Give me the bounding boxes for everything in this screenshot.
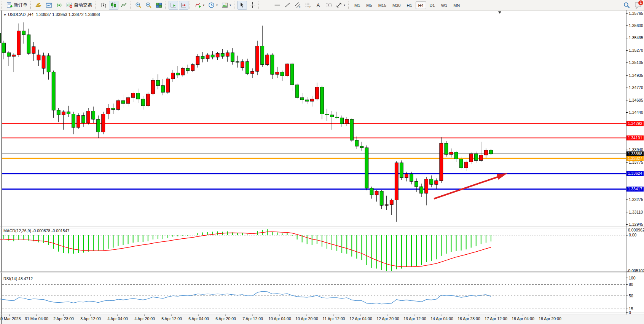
price-tick-label: 1.34935 <box>629 73 643 78</box>
time-tick-label: 31 Mar 04:00 <box>25 316 48 321</box>
candle-body <box>121 101 125 104</box>
candle-body <box>116 101 120 110</box>
candle-body <box>72 114 75 127</box>
candle-body <box>226 53 229 56</box>
price-chart-canvas[interactable]: 1.357651.356001.354351.352701.351051.349… <box>0 0 644 324</box>
candle-body <box>390 200 393 205</box>
candle-body <box>211 55 214 57</box>
rsi-tick-label: 0 <box>629 310 631 315</box>
price-tick-label: 1.32945 <box>629 222 643 227</box>
candle-body <box>430 179 433 185</box>
price-tick-label: 1.35270 <box>629 48 643 53</box>
time-tick-label: 4 Apr 04:00 <box>107 316 128 321</box>
rsi-tick-label: 80 <box>629 282 633 287</box>
candle-body <box>62 112 65 115</box>
candle-body <box>340 118 344 124</box>
chart-symbol-period: USDCAD-,H4 <box>8 12 33 17</box>
candle-body <box>17 31 21 55</box>
price-tick-label: 1.35105 <box>629 60 643 65</box>
level-price-label-text: 1.33827 <box>628 156 642 161</box>
candle-body <box>231 53 234 62</box>
time-tick-label: 17 Apr 12:00 <box>485 316 507 321</box>
candle-body <box>201 56 204 59</box>
candle-body <box>186 69 190 71</box>
candle-body <box>305 100 309 101</box>
candle-body <box>221 53 224 56</box>
candle-body <box>380 191 383 205</box>
candle-body <box>102 114 105 132</box>
time-tick-label: 10 Apr 04:00 <box>268 316 291 321</box>
collapse-triangle-icon[interactable]: ▼ <box>3 13 6 17</box>
candle-body <box>47 56 50 72</box>
candle-body <box>290 64 294 85</box>
candle-body <box>206 55 209 59</box>
candle-body <box>450 152 453 155</box>
candle-body <box>161 86 164 93</box>
candle-body <box>156 80 159 86</box>
candle-body <box>27 35 30 53</box>
candle-body <box>97 119 100 132</box>
candle-body <box>236 62 239 62</box>
candle-body <box>454 152 458 159</box>
candle-body <box>271 55 274 74</box>
candle-body <box>136 93 140 99</box>
level-price-label-text: 1.34101 <box>628 136 642 140</box>
candle-body <box>181 69 185 75</box>
candle-body <box>325 114 328 115</box>
candle-body <box>77 115 80 127</box>
candle-body <box>146 94 150 105</box>
macd-indicator-label: MACD(12,26,9) -0.000878 -0.001547 <box>3 228 69 233</box>
candle-body <box>385 204 388 205</box>
candle-body <box>310 99 314 101</box>
candle-body <box>489 150 493 154</box>
candle-body <box>246 62 249 73</box>
price-tick-label: 1.35765 <box>629 11 643 16</box>
time-tick-label: 3 Apr 12:00 <box>80 316 101 321</box>
candle-body <box>484 150 488 155</box>
time-tick-label: 30 Mar 2023 <box>0 316 21 321</box>
candle-body <box>281 72 284 76</box>
candle-body <box>320 87 324 114</box>
macd-tick-label: 0.00 <box>629 233 637 237</box>
candle-body <box>345 119 349 124</box>
candle-body <box>131 93 135 97</box>
time-tick-label: 18 Apr 20:00 <box>539 316 561 321</box>
candle-body <box>440 143 443 180</box>
candle-body <box>7 53 11 56</box>
price-tick-label: 1.33110 <box>629 210 643 214</box>
candle-body <box>42 56 45 68</box>
candle-body <box>435 180 438 184</box>
candle-body <box>300 97 304 100</box>
candle-body <box>57 110 60 115</box>
candle-body <box>0 33 1 43</box>
chart-ohlc-values: 1.33937 1.33953 1.33872 1.33888 <box>36 12 100 17</box>
candle-body <box>459 159 463 168</box>
price-tick-label: 1.34440 <box>629 110 643 115</box>
price-tick-label: 1.34605 <box>629 98 643 102</box>
candle-body <box>166 79 170 92</box>
time-tick-label: 12 Apr 20:00 <box>376 316 399 321</box>
candle-body <box>370 188 373 195</box>
chart-background <box>0 10 644 324</box>
time-tick-label: 10 Apr 20:00 <box>295 316 318 321</box>
candle-body <box>355 140 359 146</box>
candle-body <box>87 111 90 123</box>
time-tick-label: 6 Apr 04:00 <box>188 316 209 321</box>
candle-body <box>365 148 368 188</box>
candle-body <box>22 31 26 35</box>
price-tick-label: 1.35600 <box>629 23 643 28</box>
candle-body <box>52 72 55 110</box>
time-tick-label: 13 Apr 12:00 <box>403 316 426 321</box>
candle-body <box>141 99 145 106</box>
candle-body <box>405 174 408 178</box>
time-tick-label: 2 Apr 23:00 <box>53 316 74 321</box>
candle-body <box>295 85 299 97</box>
candle-body <box>2 43 6 53</box>
time-tick-label: 16 Apr 23:00 <box>457 316 480 321</box>
candle-body <box>479 155 483 161</box>
time-tick-label: 18 Apr 04:00 <box>512 316 534 321</box>
candle-body <box>112 108 115 110</box>
candle-body <box>67 112 70 114</box>
time-tick-label: 12 Apr 04:00 <box>349 316 372 321</box>
candle-body <box>400 163 403 177</box>
